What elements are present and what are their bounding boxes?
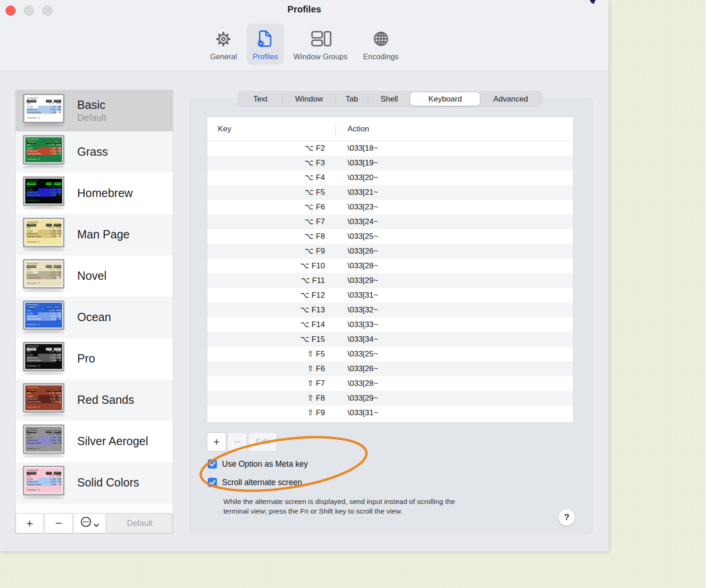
key-mapping-row[interactable]: ⇧ F7\033[28~ [207, 376, 573, 391]
window-title: Profiles [0, 4, 609, 15]
key-mapping-row[interactable]: ⌥ F9\033[26~ [207, 244, 573, 259]
profile-name: Red Sands [77, 393, 134, 407]
alternate-screen-help-text: While the alternate screen is displayed,… [223, 497, 536, 516]
default-profile-button[interactable]: Default [107, 513, 173, 533]
scroll-alternate-screen-label: Scroll alternate screen [222, 478, 302, 487]
toolbar-item-label: Profiles [253, 52, 278, 61]
profile-list-item[interactable]: Terminal#COMMAND%CPURPRVTtop4.1%231KXcod… [16, 462, 173, 503]
action-cell: \033[18~ [336, 141, 378, 156]
key-cell: ⇧ F5 [207, 347, 336, 362]
profile-thumbnail: Terminal#COMMAND%CPURPRVTtop4.1%231KXcod… [23, 424, 64, 458]
column-header-key: Key [207, 117, 336, 141]
key-cell: ⌥ F11 [207, 273, 336, 288]
toolbar-item-encodings[interactable]: Encodings [357, 23, 404, 65]
toolbar-item-window-groups[interactable]: Window Groups [288, 23, 353, 65]
toolbar-item-label: Window Groups [294, 52, 347, 61]
profile-thumbnail: Terminal#COMMAND%CPURPRVTtop4.1%231KXcod… [23, 135, 64, 169]
profile-list-item[interactable]: Terminal#COMMAND%CPURPRVTtop4.1%231KXcod… [16, 338, 173, 379]
key-mapping-row[interactable]: ⌥ F13\033[32~ [207, 303, 573, 317]
key-mapping-row[interactable]: ⌥ F15\033[34~ [207, 332, 573, 347]
tab-advanced[interactable]: Advanced [480, 92, 541, 106]
key-cell: ⌥ F15 [207, 332, 336, 347]
desktop-background: { "window": { "title": "Profiles" }, "to… [0, 0, 706, 588]
tab-bar: Text Window Tab Shell Keyboard Advanced [238, 91, 542, 107]
action-cell: \033[32~ [336, 303, 378, 317]
thumbnail-reflection [23, 496, 64, 500]
key-mapping-row[interactable]: ⌥ F5\033[21~ [207, 185, 573, 200]
key-mapping-row[interactable]: ⌥ F11\033[29~ [207, 273, 573, 288]
checkmark-icon [210, 480, 216, 485]
key-mapping-row[interactable]: ⌥ F7\033[24~ [207, 215, 573, 229]
profile-list-item[interactable]: Terminal#COMMAND%CPURPRVTtop4.1%231KXcod… [16, 90, 173, 131]
tab-keyboard[interactable]: Keyboard [410, 92, 480, 106]
chevron-down-icon [93, 516, 99, 531]
tab-text[interactable]: Text [239, 92, 282, 106]
key-mapping-row[interactable]: ⌥ F8\033[25~ [207, 229, 573, 244]
table-actions: + − Edit [207, 432, 277, 452]
action-cell: \033[28~ [336, 259, 378, 273]
key-mapping-row[interactable]: ⌥ F12\033[31~ [207, 288, 573, 303]
globe-icon [370, 27, 392, 51]
key-mapping-row[interactable]: ⌥ F4\033[20~ [207, 170, 573, 185]
tab-window[interactable]: Window [283, 92, 336, 106]
scroll-alternate-screen-row: Scroll alternate screen [208, 477, 302, 488]
action-cell: \033[24~ [336, 215, 378, 229]
remove-key-button[interactable]: − [228, 432, 247, 452]
profile-list-item[interactable]: Terminal#COMMAND%CPURPRVTtop4.1%231KXcod… [16, 131, 173, 173]
key-mapping-row[interactable]: ⌥ F3\033[19~ [207, 156, 573, 170]
thumbnail-reflection [23, 248, 64, 252]
key-cell: ⇧ F6 [207, 362, 336, 376]
profile-name: Basic [77, 98, 106, 112]
key-mapping-row[interactable]: ⌥ F10\033[28~ [207, 259, 573, 273]
profile-list-item[interactable]: Terminal#COMMAND%CPURPRVTtop4.1%231KXcod… [16, 255, 173, 297]
action-cell: \033[20~ [336, 170, 378, 185]
profile-thumbnail: Terminal#COMMAND%CPURPRVTtop4.1%231KXcod… [23, 466, 64, 500]
key-mapping-row[interactable]: ⌥ F14\033[33~ [207, 317, 573, 332]
action-cell: \033[21~ [336, 185, 378, 200]
scroll-alternate-screen-checkbox[interactable] [208, 478, 217, 487]
profile-default-badge: Default [77, 112, 106, 124]
toolbar-item-label: General [210, 52, 237, 61]
table-header: Key Action [207, 117, 573, 141]
tab-tab[interactable]: Tab [336, 92, 368, 106]
action-cell: \033[25~ [336, 229, 378, 244]
key-mapping-row[interactable]: ⇧ F6\033[26~ [207, 362, 573, 376]
action-cell: \033[31~ [336, 406, 378, 420]
add-profile-button[interactable]: + [16, 513, 44, 533]
tab-shell[interactable]: Shell [368, 92, 410, 106]
key-mapping-row[interactable]: ⇧ F8\033[29~ [207, 391, 573, 406]
thumbnail-reflection [23, 289, 64, 293]
key-mapping-row[interactable]: ⌥ F6\033[23~ [207, 200, 573, 215]
thumbnail-reflection [23, 207, 64, 210]
sidebar-actions: + − Default [16, 513, 173, 533]
profile-list-item[interactable]: Terminal#COMMAND%CPURPRVTtop4.1%231KXcod… [16, 214, 173, 255]
profile-thumbnail: Terminal#COMMAND%CPURPRVTtop4.1%231KXcod… [23, 218, 64, 252]
key-mapping-row[interactable]: ⇧ F5\033[25~ [207, 347, 573, 362]
toolbar-items: General [204, 23, 404, 65]
profile-list-item[interactable]: Terminal#COMMAND%CPURPRVTtop4.1%231KXcod… [16, 173, 173, 214]
column-header-action: Action [336, 124, 369, 134]
profile-actions-menu-button[interactable] [74, 513, 106, 533]
key-mapping-row[interactable]: ⌥ F2\033[18~ [207, 141, 573, 156]
help-button[interactable]: ? [558, 509, 575, 526]
profile-list-item[interactable]: Terminal#COMMAND%CPURPRVTtop4.1%231KXcod… [16, 379, 173, 421]
table-body: ⌥ F2\033[18~⌥ F3\033[19~⌥ F4\033[20~⌥ F5… [207, 141, 573, 420]
thumbnail-reflection [23, 165, 64, 169]
action-cell: \033[23~ [336, 200, 378, 215]
profile-list-item[interactable]: Terminal#COMMAND%CPURPRVTtop4.1%231KXcod… [16, 421, 173, 462]
toolbar-item-general[interactable]: General [204, 23, 243, 65]
use-option-as-meta-checkbox[interactable] [208, 459, 217, 469]
profile-name: Novel [77, 269, 107, 283]
action-cell: \033[26~ [336, 244, 378, 259]
add-key-button[interactable]: + [207, 432, 226, 452]
profile-name: Homebrew [77, 186, 133, 200]
key-cell: ⇧ F8 [207, 391, 336, 406]
remove-profile-button[interactable]: − [45, 513, 73, 533]
profile-name: Grass [77, 145, 108, 159]
profile-thumbnail: Terminal#COMMAND%CPURPRVTtop4.1%231KXcod… [23, 342, 64, 376]
profile-list-item[interactable]: Terminal#COMMAND%CPURPRVTtop4.1%231KXcod… [16, 297, 173, 338]
toolbar-item-label: Encodings [363, 52, 399, 61]
edit-key-button[interactable]: Edit [248, 432, 277, 452]
key-mapping-row[interactable]: ⇧ F9\033[31~ [207, 406, 573, 420]
toolbar-item-profiles[interactable]: Profiles [247, 23, 284, 65]
